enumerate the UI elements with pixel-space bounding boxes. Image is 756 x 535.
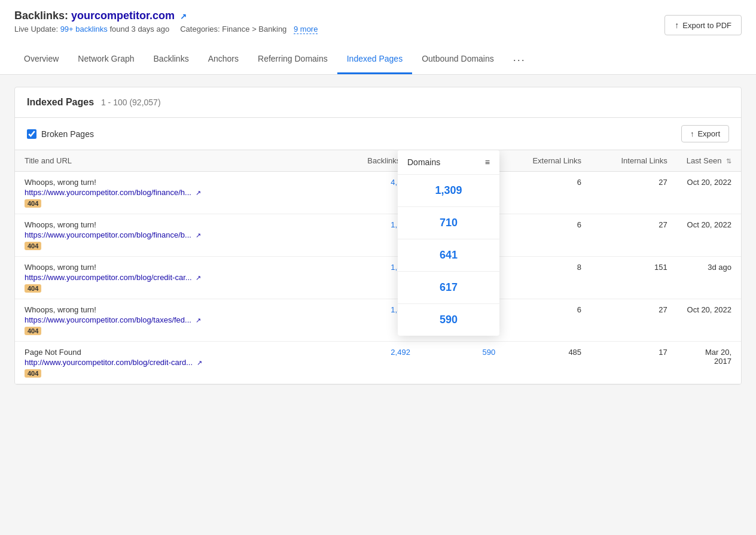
cell-intlinks-0: 27: [591, 172, 677, 214]
cell-title-url-2: Whoops, wrong turn! https://www.yourcomp…: [15, 257, 334, 299]
domains-val-4[interactable]: 590: [482, 348, 495, 357]
page-title: Backlinks: yourcompetitor.com ↗: [14, 10, 318, 22]
row-url-3[interactable]: https://www.yourcompetitor.com/blog/taxe…: [25, 315, 325, 324]
badge-404-0: 404: [25, 199, 41, 208]
cell-backlinks-4: 2,492: [334, 342, 420, 384]
row-url-0[interactable]: https://www.yourcompetitor.com/blog/fina…: [25, 188, 325, 197]
dropdown-header: Domains ≡: [398, 150, 499, 175]
cell-extlinks-0: 6: [505, 172, 591, 214]
nav-tabs: Overview Network Graph Backlinks Anchors…: [14, 48, 742, 74]
tab-overview[interactable]: Overview: [14, 48, 68, 74]
cell-domains-4: 590: [420, 342, 505, 384]
table-header-row: Title and URL Backlinks ⇅ Domains Extern…: [15, 150, 741, 172]
cell-extlinks-2: 8: [505, 257, 591, 299]
row-title-2: Whoops, wrong turn!: [25, 263, 96, 272]
backlinks-link[interactable]: 99+ backlinks: [60, 25, 108, 34]
dropdown-item-0[interactable]: 1,309: [398, 175, 499, 207]
card-header: Indexed Pages 1 - 100 (92,057): [15, 87, 741, 118]
backlinks-val-4[interactable]: 2,492: [391, 348, 410, 357]
tab-referring-domains[interactable]: Referring Domains: [248, 48, 337, 74]
cell-intlinks-3: 27: [591, 299, 677, 342]
card-title: Indexed Pages: [27, 97, 94, 107]
export-icon: ↑: [675, 20, 679, 30]
dropdown-item-2[interactable]: 641: [398, 239, 499, 272]
cell-intlinks-4: 17: [591, 342, 677, 384]
row-url-1[interactable]: https://www.yourcompetitor.com/blog/fina…: [25, 230, 325, 239]
last-seen-sort-icon: ⇅: [726, 157, 731, 165]
cell-title-url-3: Whoops, wrong turn! https://www.yourcomp…: [15, 299, 334, 342]
row-url-2[interactable]: https://www.yourcompetitor.com/blog/cred…: [25, 273, 325, 282]
col-internal-links: Internal Links: [591, 150, 677, 172]
external-link-icon-2: ↗: [196, 274, 201, 281]
cell-title-url-4: Page Not Found http://www.yourcompetitor…: [15, 342, 334, 384]
cell-lastseen-4: Mar 20, 2017: [677, 342, 741, 384]
badge-404-4: 404: [25, 369, 41, 378]
cell-intlinks-2: 151: [591, 257, 677, 299]
tab-indexed-pages[interactable]: Indexed Pages: [337, 48, 412, 74]
tab-outbound-domains[interactable]: Outbound Domains: [412, 48, 504, 74]
cell-extlinks-3: 6: [505, 299, 591, 342]
export-pdf-button[interactable]: ↑ Export to PDF: [664, 15, 742, 35]
external-link-icon-4: ↗: [197, 359, 202, 366]
row-title-0: Whoops, wrong turn!: [25, 178, 96, 187]
dropdown-item-1[interactable]: 710: [398, 207, 499, 239]
row-title-4: Page Not Found: [25, 348, 81, 357]
cell-title-url-0: Whoops, wrong turn! https://www.yourcomp…: [15, 172, 334, 214]
row-title-1: Whoops, wrong turn!: [25, 220, 96, 229]
table-row: Page Not Found http://www.yourcompetitor…: [15, 342, 741, 384]
col-last-seen[interactable]: Last Seen ⇅: [677, 150, 741, 172]
external-link-icon-0: ↗: [196, 189, 201, 196]
dropdown-item-3[interactable]: 617: [398, 272, 499, 304]
tab-network-graph[interactable]: Network Graph: [68, 48, 144, 74]
cell-lastseen-1: Oct 20, 2022: [677, 214, 741, 257]
col-title-url: Title and URL: [15, 150, 334, 172]
indexed-pages-card: Indexed Pages 1 - 100 (92,057) Broken Pa…: [14, 87, 742, 385]
cell-lastseen-2: 3d ago: [677, 257, 741, 299]
cell-title-url-1: Whoops, wrong turn! https://www.yourcomp…: [15, 214, 334, 257]
more-categories-link[interactable]: 9 more: [294, 25, 318, 34]
cell-intlinks-1: 27: [591, 214, 677, 257]
row-title-3: Whoops, wrong turn!: [25, 305, 96, 314]
row-url-4[interactable]: http://www.yourcompetitor.com/blog/credi…: [25, 358, 325, 367]
filter-icon[interactable]: ≡: [485, 157, 490, 167]
broken-pages-checkbox[interactable]: [27, 129, 36, 139]
table-wrapper: Title and URL Backlinks ⇅ Domains Extern…: [15, 150, 741, 384]
export-small-icon: ↑: [690, 129, 694, 138]
cell-lastseen-0: Oct 20, 2022: [677, 172, 741, 214]
subtitle: Live Update: 99+ backlinks found 3 days …: [14, 25, 318, 41]
badge-404-1: 404: [25, 242, 41, 250]
table-row: Whoops, wrong turn! https://www.yourcomp…: [15, 299, 741, 342]
badge-404-3: 404: [25, 327, 41, 335]
export-button[interactable]: ↑ Export: [681, 125, 729, 142]
external-link-icon[interactable]: ↗: [180, 12, 187, 21]
domains-dropdown: Domains ≡ 1,309 710 641 617 590: [398, 150, 499, 336]
indexed-pages-table: Title and URL Backlinks ⇅ Domains Extern…: [15, 150, 741, 384]
tab-backlinks[interactable]: Backlinks: [144, 48, 199, 74]
table-row: Whoops, wrong turn! https://www.yourcomp…: [15, 257, 741, 299]
card-range: 1 - 100 (92,057): [101, 98, 161, 107]
external-link-icon-1: ↗: [196, 232, 201, 239]
cell-lastseen-3: Oct 20, 2022: [677, 299, 741, 342]
cell-extlinks-4: 485: [505, 342, 591, 384]
external-link-icon-3: ↗: [196, 317, 201, 324]
tab-more[interactable]: ···: [504, 48, 535, 74]
broken-pages-filter[interactable]: Broken Pages: [27, 129, 94, 139]
dropdown-item-4[interactable]: 590: [398, 304, 499, 336]
table-row: Whoops, wrong turn! https://www.yourcomp…: [15, 214, 741, 257]
col-external-links: External Links: [505, 150, 591, 172]
cell-extlinks-1: 6: [505, 214, 591, 257]
table-row: Whoops, wrong turn! https://www.yourcomp…: [15, 172, 741, 214]
filter-row: Broken Pages ↑ Export: [15, 118, 741, 150]
badge-404-2: 404: [25, 284, 41, 293]
tab-anchors[interactable]: Anchors: [199, 48, 248, 74]
